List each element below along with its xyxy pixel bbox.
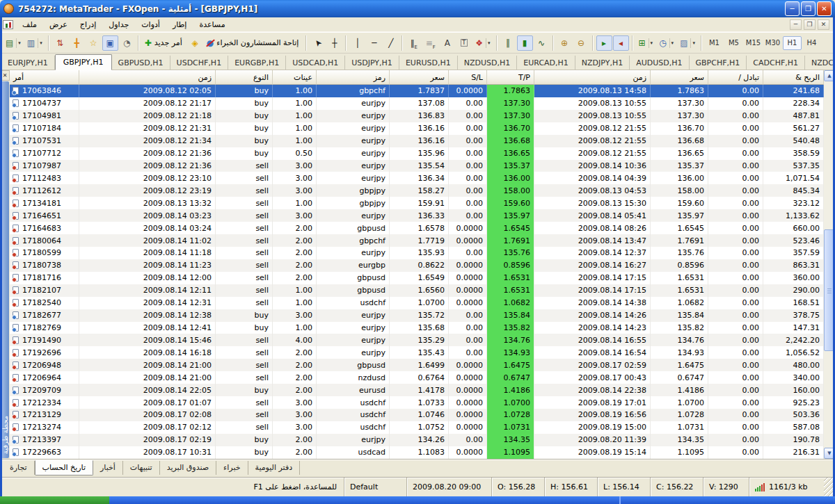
table-row[interactable]: 171827692009.08.14 12:41buy1.00eurjpy135…: [10, 322, 824, 334]
column-header-time2[interactable]: زمن: [534, 70, 651, 85]
strategy-tester-button[interactable]: ◔: [119, 35, 135, 51]
chart-tab-GBPUSD-H1[interactable]: GBPUSD,H1: [112, 56, 170, 70]
indicators-button[interactable]: ⊞▾: [636, 35, 656, 51]
column-header-swap[interactable]: تبادل /: [708, 70, 763, 85]
table-row[interactable]: 172069482009.08.14 21:00sell2.00gbpusd1.…: [10, 359, 824, 371]
column-header-type[interactable]: النوع: [216, 70, 273, 85]
column-header-profit[interactable]: الربح &: [763, 70, 824, 85]
chart-window-icon[interactable]: [3, 20, 13, 29]
line-chart-button[interactable]: ∿: [534, 35, 550, 51]
horizontal-line-button[interactable]: ─: [366, 35, 382, 51]
chart-tab-NZDUSD-H1[interactable]: NZDUSD,H1: [458, 56, 518, 70]
equidistant-channel-button[interactable]: ∥E: [406, 35, 422, 51]
terminal-tab-1[interactable]: تاريخ الحساب: [35, 460, 93, 475]
table-row[interactable]: 172132742009.08.17 02:12sell3.00usdchf1.…: [10, 421, 824, 434]
column-header-price2[interactable]: سعر: [651, 70, 708, 85]
auto-scroll-button[interactable]: ▸: [596, 35, 612, 51]
timeframe-m15-button[interactable]: M15: [744, 36, 763, 50]
favorites-button[interactable]: ☆: [86, 35, 102, 51]
fibonacci-button[interactable]: ≡F: [422, 35, 438, 51]
menu-item-6[interactable]: مساعدة: [193, 19, 231, 31]
menu-item-4[interactable]: أدوات: [135, 19, 166, 31]
table-row[interactable]: 171049812009.08.12 21:18buy1.00eurjpy136…: [10, 110, 824, 122]
column-header-sl[interactable]: S/L: [449, 70, 487, 85]
table-row[interactable]: 172069642009.08.14 21:00sell2.00nzdusd0.…: [10, 371, 824, 384]
table-row[interactable]: 171821072009.08.14 12:11sell1.00gbpusd1.…: [10, 284, 824, 297]
menu-item-1[interactable]: عرض: [43, 19, 74, 31]
crosshair-button[interactable]: ┼: [326, 35, 342, 51]
table-row[interactable]: 172133972009.08.17 02:19buy2.00eurjpy134…: [10, 434, 824, 446]
table-row[interactable]: 171341812009.08.13 13:32sell1.00gbpjpy15…: [10, 197, 824, 209]
navigator-button[interactable]: ╋: [69, 35, 85, 51]
table-row[interactable]: 171807382009.08.14 11:23sell2.00eurgbp0.…: [10, 259, 824, 272]
table-row[interactable]: 171047372009.08.12 21:17buy1.00eurjpy137…: [10, 97, 824, 110]
chart-tab-GBPCHF-H1[interactable]: GBPCHF,H1: [690, 56, 747, 70]
table-row[interactable]: 171646512009.08.14 03:23sell3.00eurjpy13…: [10, 209, 824, 222]
chart-tab-USDCHF-H1[interactable]: USDCHF,H1: [170, 56, 229, 70]
mdi-restore-button[interactable]: ❐: [804, 19, 816, 30]
bar-chart-button[interactable]: ‖: [500, 35, 516, 51]
zoom-in-button[interactable]: ⊕: [557, 35, 573, 51]
column-header-lots[interactable]: عينات: [273, 70, 317, 85]
new-order-button[interactable]: ✚أمر جديد: [142, 35, 186, 51]
table-row[interactable]: 171126122009.08.12 23:19sell3.00gbpjpy15…: [10, 184, 824, 197]
table-row[interactable]: 172097092009.08.14 22:05buy2.00eurusd1.4…: [10, 384, 824, 396]
timeframe-h1-button[interactable]: H1: [783, 36, 802, 50]
table-row[interactable]: 171071842009.08.12 21:31buy1.00eurjpy136…: [10, 122, 824, 135]
table-row[interactable]: 170638462009.08.12 02:05buy1.00gbpchf1.7…: [10, 85, 824, 97]
chart-tab-GBPJPY-H1[interactable]: GBPJPY,H1: [55, 54, 112, 70]
table-row[interactable]: 171826772009.08.14 12:38buy3.00eurjpy135…: [10, 309, 824, 322]
table-row[interactable]: 171646832009.08.14 03:24sell2.00gbpusd1.…: [10, 222, 824, 234]
table-row[interactable]: 171079872009.08.12 21:36sell3.00eurjpy13…: [10, 160, 824, 172]
table-row[interactable]: 172131292009.08.17 02:08sell3.00usdchf1.…: [10, 409, 824, 421]
mdi-minimize-button[interactable]: ─: [790, 19, 802, 30]
terminal-tab-4[interactable]: صندوق البريد: [160, 461, 216, 475]
terminal-tab-3[interactable]: تنبيهات: [123, 461, 160, 475]
chart-tab-NZDCAD-H1[interactable]: NZDCAD,H1: [805, 56, 835, 70]
templates-button[interactable]: ▨▾: [677, 35, 698, 51]
column-header-time[interactable]: زمن: [79, 70, 216, 85]
table-row[interactable]: 171800642009.08.14 11:02sell2.00gbpchf1.…: [10, 234, 824, 247]
table-row[interactable]: 172296632009.08.17 10:31buy2.00usdcad1.1…: [10, 446, 824, 459]
menu-item-0[interactable]: ملف: [16, 19, 43, 31]
chart-tab-USDJPY-H1[interactable]: USDJPY,H1: [345, 56, 399, 70]
table-row[interactable]: 171124832009.08.12 23:10sell3.00eurjpy13…: [10, 172, 824, 184]
chart-tab-EURUSD-H1[interactable]: EURUSD,H1: [399, 56, 458, 70]
arrows-button[interactable]: ❖▾: [472, 35, 493, 51]
timeframe-m1-button[interactable]: M1: [705, 36, 724, 50]
close-button[interactable]: ✕: [817, 1, 832, 16]
minimize-button[interactable]: ─: [785, 1, 800, 16]
column-header-tp[interactable]: T/P: [487, 70, 534, 85]
table-row[interactable]: 171817162009.08.14 12:00sell2.00gbpusd1.…: [10, 272, 824, 284]
chart-tab-CADCHF-H1[interactable]: CADCHF,H1: [747, 56, 805, 70]
column-header-order[interactable]: أمر: [10, 70, 79, 85]
chart-shift-button[interactable]: ◂: [613, 35, 629, 51]
new-chart-button[interactable]: ▤▾: [3, 35, 24, 51]
maximize-button[interactable]: ❐: [801, 1, 816, 16]
column-header-price[interactable]: سعر: [390, 70, 449, 85]
trendline-button[interactable]: ╱: [383, 35, 399, 51]
metaeditor-button[interactable]: ◈: [187, 35, 203, 51]
zoom-out-button[interactable]: ⊖: [573, 35, 589, 51]
table-row[interactable]: 171914902009.08.14 15:46sell4.00eurjpy13…: [10, 334, 824, 346]
cursor-button[interactable]: ➤: [310, 35, 326, 51]
profiles-button[interactable]: ▥▾: [24, 35, 45, 51]
chart-tab-EURGBP-H1[interactable]: EURGBP,H1: [228, 56, 286, 70]
timeframe-m5-button[interactable]: M5: [724, 36, 743, 50]
periods-button[interactable]: ◷▾: [656, 35, 676, 51]
table-row[interactable]: 171077122009.08.12 21:36buy0.50eurjpy135…: [10, 147, 824, 160]
terminal-tab-5[interactable]: خبراء: [216, 461, 248, 475]
table-row[interactable]: 171926962009.08.14 16:18sell2.00eurjpy13…: [10, 346, 824, 359]
chart-tab-EURCAD-H1[interactable]: EURCAD,H1: [517, 56, 575, 70]
mdi-close-button[interactable]: ✕: [818, 19, 829, 30]
text-button[interactable]: A: [439, 35, 455, 51]
timeframe-m30-button[interactable]: M30: [763, 36, 782, 50]
market-watch-button[interactable]: ⇅: [52, 35, 68, 51]
menu-item-5[interactable]: إطار: [166, 19, 193, 31]
timeframe-h4-button[interactable]: H4: [802, 36, 821, 50]
table-row[interactable]: 171825402009.08.14 12:31sell1.00usdchf1.…: [10, 297, 824, 309]
terminal-tab-2[interactable]: أخبار: [93, 461, 123, 475]
menu-item-2[interactable]: إدراج: [74, 19, 102, 31]
expert-advisors-button[interactable]: ●إتاحة المستشارون الخبراء: [204, 35, 303, 51]
terminal-button[interactable]: ▣: [102, 35, 118, 51]
